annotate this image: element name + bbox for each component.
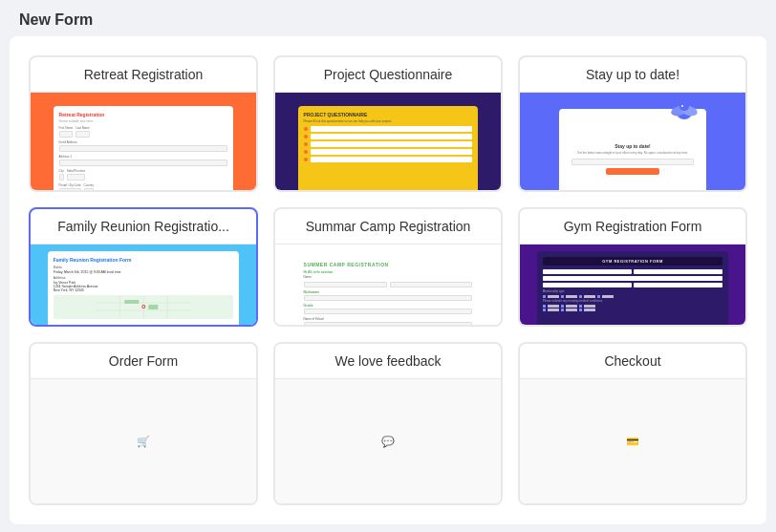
card-label-order: Order Form	[31, 344, 256, 379]
template-card-stayup[interactable]: Stay up to date! Stay up to date! Get th…	[518, 55, 747, 192]
svg-rect-12	[148, 305, 158, 309]
template-card-family[interactable]: Family Reunion Registratio... Family Reu…	[29, 207, 258, 327]
card-label-family: Family Reunion Registratio...	[31, 209, 256, 245]
card-preview-summer: SUMMER CAMP REGISTRATION Hi All, info se…	[275, 245, 501, 327]
template-card-checkout[interactable]: Checkout 💳	[518, 342, 747, 505]
card-preview-gym: GYM REGISTRATION FORM Membership type	[520, 245, 745, 327]
template-card-project[interactable]: Project Questionnaire PROJECT QUESTIONNA…	[273, 55, 503, 192]
svg-point-14	[142, 306, 144, 308]
template-grid: Retreat Registration Retreat Registratio…	[29, 55, 747, 505]
card-label-project: Project Questionnaire	[275, 57, 501, 93]
card-label-feedback: We love feedback	[275, 344, 501, 379]
page-header: New Form	[0, 0, 776, 36]
template-card-gym[interactable]: Gym Registration Form GYM REGISTRATION F…	[518, 207, 747, 327]
card-preview-order: 🛒	[31, 379, 256, 503]
card-preview-family: Family Reunion Registration Form Dates F…	[31, 245, 256, 327]
form-mockup-summer: SUMMER CAMP REGISTRATION Hi All, info se…	[298, 256, 479, 327]
checkout-preview-icon: 💳	[626, 436, 639, 448]
bird-icon	[670, 97, 699, 124]
main-content: Retreat Registration Retreat Registratio…	[10, 36, 766, 524]
card-preview-feedback: 💬	[275, 379, 501, 503]
svg-rect-11	[124, 300, 139, 304]
form-mockup-gym: GYM REGISTRATION FORM Membership type	[537, 251, 729, 327]
map-preview	[54, 295, 234, 319]
template-card-retreat[interactable]: Retreat Registration Retreat Registratio…	[29, 55, 258, 192]
form-mockup-stayup: Stay up to date! Get the latest news str…	[559, 109, 705, 192]
card-label-retreat: Retreat Registration	[31, 57, 256, 93]
page-title: New Form	[19, 11, 93, 28]
card-preview-project: PROJECT QUESTIONNAIRE Please fill out th…	[275, 93, 501, 192]
form-mockup-retreat: Retreat Registration Some subtitle text …	[54, 106, 234, 192]
card-preview-checkout: 💳	[520, 379, 745, 503]
card-preview-retreat: Retreat Registration Some subtitle text …	[31, 93, 256, 192]
feedback-preview-icon: 💬	[381, 436, 395, 448]
form-mockup-family: Family Reunion Registration Form Dates F…	[48, 251, 240, 327]
template-card-feedback[interactable]: We love feedback 💬	[273, 342, 503, 505]
card-label-summer: Summar Camp Registration	[275, 209, 501, 245]
template-card-order[interactable]: Order Form 🛒	[29, 342, 258, 505]
svg-point-4	[681, 105, 683, 107]
form-mockup-project: PROJECT QUESTIONNAIRE Please fill out th…	[298, 106, 479, 192]
template-card-summer[interactable]: Summar Camp Registration SUMMER CAMP REG…	[273, 207, 503, 327]
card-label-checkout: Checkout	[520, 344, 745, 379]
svg-point-3	[679, 103, 689, 111]
card-label-gym: Gym Registration Form	[520, 209, 745, 245]
card-label-stayup: Stay up to date!	[520, 57, 745, 93]
order-preview-icon: 🛒	[137, 436, 150, 448]
card-preview-stayup: Stay up to date! Get the latest news str…	[520, 93, 745, 192]
